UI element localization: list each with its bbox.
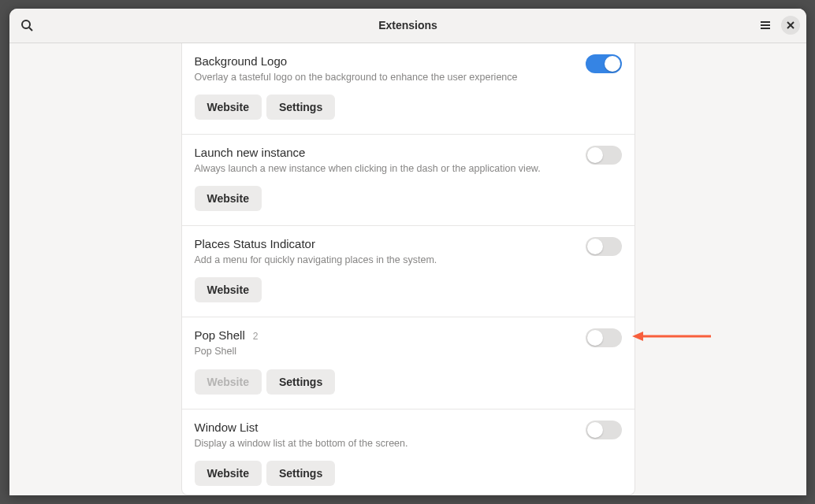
enable-toggle[interactable]: [586, 237, 622, 256]
enable-toggle[interactable]: [586, 421, 622, 439]
website-button: Website: [195, 369, 262, 395]
extension-name: Window List: [195, 421, 259, 434]
website-button[interactable]: Website: [195, 461, 262, 486]
svg-line-1: [29, 28, 32, 31]
menu-button[interactable]: [754, 14, 776, 36]
settings-button[interactable]: Settings: [266, 369, 335, 395]
settings-button[interactable]: Settings: [266, 461, 335, 486]
extension-name: Pop Shell: [195, 328, 245, 342]
extension-badge: 2: [253, 331, 259, 342]
extension-name: Background Logo: [195, 54, 288, 68]
extension-name: Places Status Indicator: [195, 237, 315, 250]
extensions-list: Background Logo Overlay a tasteful logo …: [181, 43, 635, 496]
website-button[interactable]: Website: [195, 94, 262, 120]
enable-toggle[interactable]: [586, 54, 622, 73]
svg-point-0: [22, 20, 30, 28]
settings-button[interactable]: Settings: [266, 94, 335, 120]
extension-description: Always launch a new instance when clicki…: [195, 162, 622, 175]
content-area: Background Logo Overlay a tasteful logo …: [9, 43, 806, 496]
search-icon: [20, 19, 33, 32]
extension-name: Launch new instance: [195, 146, 306, 159]
extension-description: Pop Shell: [195, 345, 622, 358]
extension-row: Launch new instance Always launch a new …: [182, 135, 635, 226]
extension-description: Add a menu for quickly navigating places…: [195, 254, 622, 266]
close-icon: [786, 20, 795, 30]
extension-row: Pop Shell 2 Pop Shell Website Settings: [182, 317, 635, 409]
extensions-window: Extensions Background Logo: [9, 9, 806, 495]
extension-description: Overlay a tasteful logo on the backgroun…: [195, 71, 622, 83]
extension-row: Window List Display a window list at the…: [182, 410, 635, 496]
extension-row: Places Status Indicator Add a menu for q…: [182, 226, 635, 317]
close-button[interactable]: [781, 16, 800, 35]
enable-toggle[interactable]: [586, 328, 622, 347]
enable-toggle[interactable]: [586, 146, 622, 165]
hamburger-icon: [759, 19, 772, 32]
header-bar: Extensions: [9, 9, 806, 43]
extension-row: Background Logo Overlay a tasteful logo …: [182, 43, 635, 135]
extension-description: Display a window list at the bottom of t…: [195, 437, 622, 450]
website-button[interactable]: Website: [195, 186, 262, 211]
search-button[interactable]: [16, 14, 38, 36]
website-button[interactable]: Website: [195, 277, 262, 302]
window-title: Extensions: [9, 19, 806, 32]
